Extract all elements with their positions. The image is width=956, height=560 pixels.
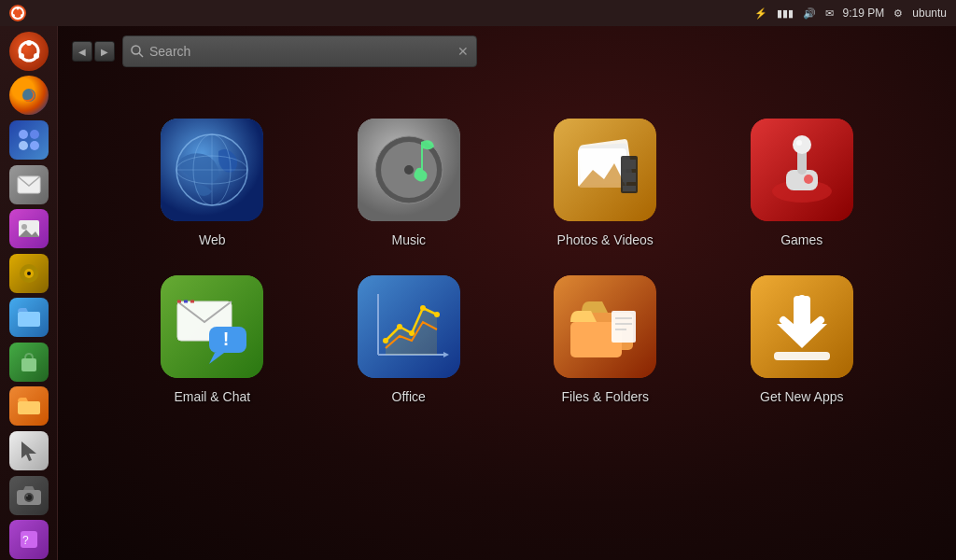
apps-grid: Web: [58, 86, 956, 437]
user-icon: ⚙: [893, 7, 903, 20]
office-label: Office: [392, 389, 426, 404]
svg-point-9: [19, 130, 28, 139]
sidebar-item-music[interactable]: [7, 253, 51, 294]
nav-buttons: ◀ ▶: [72, 41, 115, 62]
files-label: Files & Folders: [562, 389, 649, 404]
svg-point-30: [132, 46, 140, 54]
photos-icon: [554, 119, 656, 221]
top-bar: ⚡ ▮▮▮ 🔊 ✉ 9:19 PM ⚙ ubuntu: [0, 0, 956, 26]
sidebar-item-photos[interactable]: [7, 208, 51, 249]
back-button[interactable]: ◀: [72, 41, 92, 62]
search-box: ✕: [122, 35, 477, 67]
ubuntu-logo-icon: [9, 5, 26, 21]
games-label: Games: [780, 232, 822, 247]
svg-rect-21: [21, 358, 36, 371]
svg-point-41: [404, 165, 414, 175]
time-display: 9:19 PM: [843, 7, 885, 20]
getnew-icon: [751, 275, 853, 378]
sidebar-item-camera[interactable]: [7, 475, 51, 516]
sidebar-item-pointer[interactable]: [7, 430, 51, 471]
top-bar-right: ⚡ ▮▮▮ 🔊 ✉ 9:19 PM ⚙ ubuntu: [754, 7, 947, 20]
app-item-photos[interactable]: Photos & Videos: [507, 105, 704, 261]
svg-point-19: [27, 272, 31, 275]
app-item-getnew[interactable]: Get New Apps: [704, 261, 901, 418]
sidebar-item-mail[interactable]: [7, 164, 51, 205]
search-input[interactable]: [149, 44, 452, 59]
app-item-files[interactable]: Files & Folders: [507, 261, 704, 418]
svg-point-27: [26, 495, 28, 497]
svg-point-11: [19, 141, 28, 150]
sidebar-item-synaptic[interactable]: [7, 342, 51, 383]
svg-point-56: [796, 140, 802, 146]
svg-text:!: !: [223, 329, 230, 349]
sidebar-item-files[interactable]: [7, 297, 51, 338]
search-icon: [131, 45, 144, 58]
app-item-games[interactable]: Games: [704, 105, 901, 261]
svg-rect-80: [612, 311, 636, 343]
app-item-email[interactable]: ! Email & Chat: [114, 261, 311, 418]
app-item-web[interactable]: Web: [114, 105, 311, 261]
bluetooth-icon: ⚡: [754, 7, 767, 20]
music-label: Music: [391, 232, 426, 247]
sidebar-item-apps[interactable]: [7, 119, 51, 161]
office-icon: [358, 275, 460, 378]
sidebar-item-firefox[interactable]: [7, 76, 51, 117]
top-bar-left: [9, 5, 26, 21]
svg-point-7: [19, 53, 24, 59]
search-bar-container: ◀ ▶ ✕: [58, 26, 956, 77]
games-icon: [751, 119, 853, 221]
svg-line-31: [139, 53, 143, 57]
svg-point-5: [26, 40, 32, 46]
svg-rect-88: [774, 352, 830, 360]
svg-point-6: [34, 53, 39, 59]
photos-label: Photos & Videos: [557, 232, 654, 247]
svg-point-57: [804, 175, 813, 184]
music-icon: [358, 119, 460, 221]
getnew-label: Get New Apps: [760, 389, 844, 404]
svg-rect-50: [623, 186, 636, 191]
svg-point-10: [30, 130, 39, 139]
search-clear-button[interactable]: ✕: [457, 44, 469, 59]
email-label: Email & Chat: [174, 389, 250, 404]
svg-rect-22: [18, 401, 40, 414]
svg-rect-67: [358, 275, 460, 378]
volume-icon: 🔊: [803, 7, 816, 20]
forward-button[interactable]: ▶: [94, 41, 115, 62]
app-item-music[interactable]: Music: [311, 105, 508, 261]
sidebar-item-extra[interactable]: ?: [7, 519, 51, 560]
svg-rect-48: [623, 160, 636, 169]
sidebar-item-ubuntu[interactable]: [7, 31, 51, 72]
battery-icon: ▮▮▮: [777, 7, 794, 20]
svg-point-3: [12, 14, 15, 17]
web-label: Web: [199, 232, 226, 247]
svg-rect-49: [623, 173, 636, 182]
app-item-office[interactable]: Office: [311, 261, 508, 418]
web-icon: [161, 119, 263, 221]
svg-point-2: [21, 14, 23, 17]
sidebar: ?: [0, 26, 58, 560]
svg-point-1: [17, 7, 20, 10]
mail-icon: ✉: [825, 7, 834, 20]
svg-marker-23: [21, 441, 36, 461]
svg-point-12: [30, 141, 39, 150]
svg-point-15: [21, 224, 27, 230]
email-icon: !: [161, 275, 263, 378]
files-icon: [554, 275, 656, 378]
sidebar-item-folder[interactable]: [7, 386, 51, 427]
svg-text:?: ?: [22, 534, 29, 547]
svg-rect-20: [18, 312, 40, 327]
svg-point-55: [793, 135, 811, 154]
main-content: ◀ ▶ ✕: [58, 26, 956, 560]
username-display: ubuntu: [912, 7, 947, 20]
